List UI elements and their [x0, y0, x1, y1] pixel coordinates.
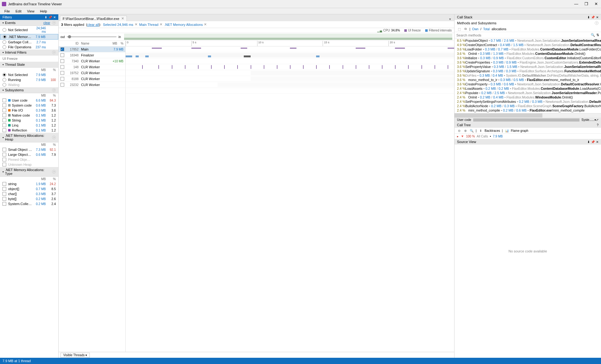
menu-view[interactable]: View: [25, 9, 37, 14]
file-tab[interactable]: F:\Flax\Source\Binar...\FlaxEditor.exe ✕: [60, 16, 127, 21]
crumb-main-thread[interactable]: Main Thread: [139, 23, 159, 26]
pin2-icon[interactable]: 📌: [591, 140, 595, 144]
thread-row[interactable]: 18348Finalizer: [59, 52, 125, 58]
pin-icon[interactable]: ⬇: [587, 140, 590, 144]
checkbox-icon[interactable]: [60, 71, 64, 75]
close-panel-icon[interactable]: ✕: [596, 140, 599, 144]
thread-state-header[interactable]: ▾ Thread State: [0, 62, 58, 68]
filter-row[interactable]: Running7.9 MB100: [0, 77, 58, 82]
filter-row[interactable]: char[]0.3 MB3.7: [0, 191, 58, 196]
method-row[interactable]: 3.6 %SetPropertyValue•0.3 MB/1.5 MB•Newt…: [454, 65, 601, 69]
filter-row[interactable]: System.Collection0.2 MB2.4: [0, 201, 58, 206]
zoom-slider[interactable]: [67, 36, 117, 37]
help-icon[interactable]: ?: [52, 21, 56, 25]
method-row[interactable]: 8.5 %PopulateObject•0.7 MB/2.6 MB•Newton…: [454, 38, 601, 43]
method-row[interactable]: 3.6 %OnInit•0.3 MB/1.3 MB•FlaxEditor.Mod…: [454, 51, 601, 56]
pin2-icon[interactable]: 📌: [48, 16, 52, 19]
method-row[interactable]: 2.4 %LoadAssets•0.2 MB/0.2 MB•FlaxEditor…: [454, 86, 601, 91]
thread-row[interactable]: 7340CLR Worker+10 MB: [59, 58, 125, 64]
thread-row[interactable]: 148CLR Worker: [59, 64, 125, 70]
ui-freeze-label[interactable]: UI Freeze: [0, 55, 58, 62]
filter-row[interactable]: System code0.6 MB7.3: [0, 103, 58, 108]
merge-icon[interactable]: ⬚: [457, 27, 461, 31]
method-row[interactable]: 2.4 %mini_method_compile•0.2 MB/0.6 MB•F…: [454, 108, 601, 113]
help-icon[interactable]: ?: [52, 88, 56, 92]
type-header[interactable]: ▾ .NET Memory Allocations: Type ?: [0, 167, 58, 177]
backtraces-button[interactable]: Backtraces: [485, 129, 500, 132]
tree-icon[interactable]: ⧉: [463, 27, 468, 31]
thread-row[interactable]: 8188CLR Worker: [59, 76, 125, 82]
filter-row[interactable]: File Operations237 ms: [0, 45, 58, 50]
remove-crumb-icon[interactable]: ✕: [135, 22, 137, 26]
h-scrollbar[interactable]: [454, 113, 601, 117]
method-row[interactable]: 3.6 %Initialize•0.3 MB/0.9 MB•FlaxEditor…: [454, 56, 601, 60]
filter-row[interactable]: Not Selected7.9 MB: [0, 72, 58, 77]
collapse-icon[interactable]: ⊖: [457, 128, 461, 133]
method-row[interactable]: 2.4 %OnInit•0.2 MB/0.4 MB•FlaxEditor.Mod…: [454, 95, 601, 99]
remove-crumb-icon[interactable]: ✕: [204, 22, 207, 26]
help-icon[interactable]: ?: [52, 170, 56, 174]
close-button[interactable]: ✕: [593, 2, 599, 6]
visible-threads-button[interactable]: Visible Threads ▾: [60, 353, 90, 357]
call-tree-row[interactable]: ▸ 🔻 100 % All Calls • 7.9 MB: [454, 134, 601, 139]
filter-row[interactable]: File I/O0.3 MB3.6: [0, 108, 58, 113]
menu-edit[interactable]: Edit: [13, 9, 24, 14]
subsystems-header[interactable]: ▾ Subsystems ?: [0, 87, 58, 93]
flame-graph-button[interactable]: Flame graph: [511, 129, 528, 132]
filter-row[interactable]: Waiting: [0, 82, 58, 87]
checkbox-icon[interactable]: [60, 53, 64, 57]
own-toggle[interactable]: Own: [472, 27, 479, 31]
timeline-canvas[interactable]: 0 5 s 10 s 15 s 20 s: [126, 41, 454, 352]
crumb-alloc[interactable]: .NET Memory Allocations: [164, 23, 203, 26]
pin-icon[interactable]: ⬇: [45, 16, 47, 19]
checkbox-icon[interactable]: [60, 47, 64, 51]
close-tab-icon[interactable]: ✕: [121, 17, 124, 21]
filter-row[interactable]: object[]0.7 MB8.5: [0, 186, 58, 191]
help-icon[interactable]: ?: [52, 50, 56, 54]
filter-row[interactable]: byte[]0.2 MB2.6: [0, 196, 58, 201]
method-row[interactable]: 2.4 %SetPropertySettingsFromAttributes•0…: [454, 99, 601, 104]
expand-icon[interactable]: ⊕: [463, 128, 468, 133]
thread-row[interactable]: 19752CLR Worker: [59, 70, 125, 76]
thread-row[interactable]: 17852Main7.9 MB: [59, 46, 125, 52]
close-panel-icon[interactable]: ✕: [53, 16, 56, 19]
filter-row[interactable]: Linq0.1 MB1.2: [0, 123, 58, 128]
settings-icon[interactable]: ⇅: [596, 33, 599, 37]
method-row[interactable]: 4.9 %CreateObjectContract•0.4 MB/1.5 MB•…: [454, 43, 601, 47]
clear-events[interactable]: clear: [43, 21, 50, 25]
filter-row[interactable]: Reflection0.1 MB1.2: [0, 128, 58, 133]
pin-icon[interactable]: ⬇: [587, 16, 590, 19]
events-section-header[interactable]: ▾ Events clear ?: [0, 20, 58, 26]
filter-row[interactable]: string1.9 MB24.2: [0, 181, 58, 186]
method-row[interactable]: 3.6 %DoFiles•0.3 MB/0.4 MB•System.IO.Def…: [454, 73, 601, 78]
checkbox-icon[interactable]: [60, 65, 64, 69]
method-list[interactable]: 8.5 %PopulateObject•0.7 MB/2.6 MB•Newton…: [454, 38, 601, 113]
help-icon[interactable]: ?: [595, 21, 599, 25]
filter-row[interactable]: String0.1 MB1.2: [0, 118, 58, 123]
method-row[interactable]: 3.6 %UpdateSignature•0.3 MB/0.3 MB•FlaxE…: [454, 69, 601, 73]
heap-header[interactable]: ▾ .NET Memory Allocations: Heap ?: [0, 133, 58, 142]
method-row[interactable]: 2.4 %BuildActorNode•0.2 MB/0.3 MB•FlaxEd…: [454, 104, 601, 108]
checkbox-icon[interactable]: [60, 59, 64, 63]
method-row[interactable]: 3.6 %mono_method_to_ir•0.3 MB/0.5 MB•Fla…: [454, 78, 601, 82]
filter-row[interactable]: Not Selected24,946 ms: [0, 26, 58, 34]
filter-row[interactable]: .NET Memory Allocations7.9 MB: [0, 34, 58, 40]
expand-icon[interactable]: ⤢: [596, 118, 599, 122]
minimize-button[interactable]: —: [573, 2, 579, 6]
method-row[interactable]: 2.4 %Populate•0.2 MB/2.5 MB•Newtonsoft.J…: [454, 91, 601, 95]
menu-file[interactable]: File: [2, 9, 12, 14]
method-row[interactable]: 3.6 %CreateProperty•0.3 MB/0.6 MB•Newton…: [454, 82, 601, 86]
search-input[interactable]: [456, 33, 589, 37]
remove-crumb-icon[interactable]: ✕: [160, 22, 162, 26]
menu-help[interactable]: Help: [37, 9, 50, 14]
maximize-button[interactable]: ❐: [583, 2, 589, 6]
total-toggle[interactable]: Total: [483, 27, 490, 31]
filter-row[interactable]: Small Object Heap7.3 MB92.1: [0, 147, 58, 152]
pin2-icon[interactable]: 📌: [591, 16, 595, 19]
overview-minimap[interactable]: [124, 34, 452, 40]
filter-row[interactable]: Native code0.1 MB1.2: [0, 113, 58, 118]
clear-all-filters[interactable]: clear all: [87, 23, 99, 26]
filter-row[interactable]: Garbage Collection2.7 ms: [0, 40, 58, 45]
filter-row[interactable]: Pinned Object Heap: [0, 157, 58, 162]
filter-row[interactable]: Large Object Heap0.6 MB7.9: [0, 152, 58, 157]
